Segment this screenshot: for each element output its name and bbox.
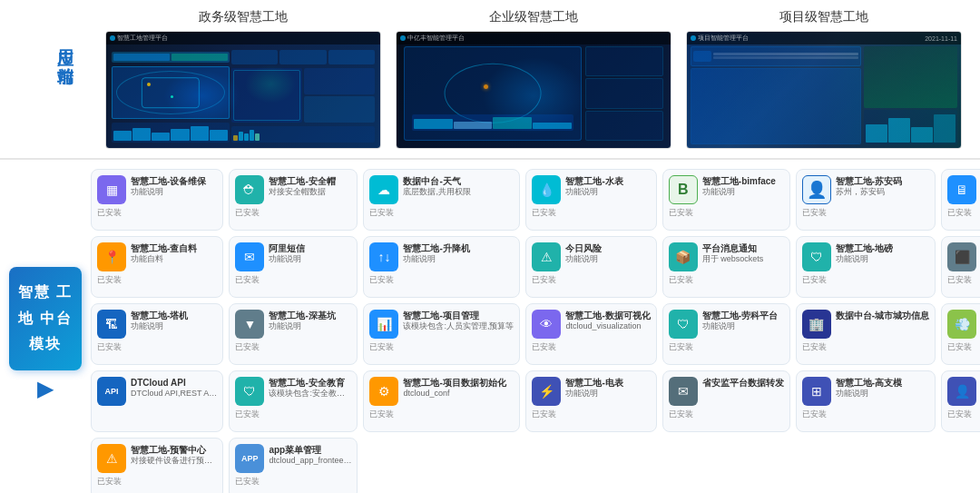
labor-name: 智慧工地-劳科平台 xyxy=(702,310,784,321)
equipment-status: 已安装 xyxy=(97,207,122,219)
bim-desc: 功能说明 xyxy=(702,187,784,198)
risk-status: 已安装 xyxy=(532,274,556,286)
api-desc: DTCloud API,REST A… xyxy=(131,389,217,399)
suan-name: 智慧工地-苏安码 xyxy=(836,175,929,187)
helmet-status: 已安装 xyxy=(235,207,260,219)
proj-block: 项目级智慧工地 项目智能管理平台 2021-11-11 xyxy=(686,9,962,149)
elevator-name: 智慧工地-升降机 xyxy=(403,242,514,254)
module-suan[interactable]: 👤 智慧工地-苏安码 苏州，苏安码 已安装 xyxy=(796,169,936,231)
equipment-icon: ▦ xyxy=(97,175,126,204)
module-water[interactable]: 💧 智慧工地-水表 功能说明 已安装 xyxy=(525,169,656,231)
datainit-name: 智慧工地-项目数据初始化 xyxy=(403,377,514,389)
crane-desc: 功能说明 xyxy=(131,321,217,332)
elevator-icon: ↑↓ xyxy=(369,242,398,271)
top-section: 应用 前端 政务级智慧工地 智慧工地管理平台 xyxy=(0,0,980,149)
ent-screenshot: 中亿丰智能管理平台 xyxy=(396,31,671,149)
meter-desc: 功能说明 xyxy=(565,389,650,399)
gov-screenshot: 智慧工地管理平台 xyxy=(105,31,381,149)
scaffold-name: 智慧工地-高支模 xyxy=(836,377,929,389)
risk-name: 今日风险 xyxy=(565,242,650,254)
module-equipment[interactable]: ▦ 智慧工地-设备维保 功能说明 已安装 xyxy=(91,169,223,231)
api-name: DTCloud API xyxy=(131,377,217,389)
module-warning[interactable]: ⚠ 智慧工地-预警中心 对接硬件设备进行预… 已安装 xyxy=(91,438,223,493)
notify-status: 已安装 xyxy=(669,274,693,286)
crane-icon: 🏗 xyxy=(97,310,126,339)
risk-desc: 功能说明 xyxy=(565,254,650,265)
city-name: 数据中台-城市城功信息 xyxy=(836,310,929,321)
deeppit-status: 已安装 xyxy=(235,341,260,353)
helmet-icon: ⛑ xyxy=(235,175,264,204)
module-datainit[interactable]: ⚙ 智慧工地-项目数据初始化 dtcloud_conf 已安装 xyxy=(363,370,520,432)
crane-name: 智慧工地-塔机 xyxy=(131,310,217,321)
meter-name: 智慧工地-电表 xyxy=(565,377,650,389)
scaffold-status: 已安装 xyxy=(802,409,827,420)
module-dust[interactable]: 💨 智慧工地-扬尘 功能说明 已安装 xyxy=(941,303,980,365)
suan-status: 已安装 xyxy=(802,207,827,219)
module-bim[interactable]: B 智慧工地-bimface 功能说明 已安装 xyxy=(662,169,790,231)
helmet-name: 智慧工地-安全帽 xyxy=(269,175,351,187)
water-desc: 功能说明 xyxy=(565,187,650,198)
visual-icon: 👁 xyxy=(532,310,561,339)
module-labor[interactable]: 🛡 智慧工地-劳科平台 功能说明 已安装 xyxy=(662,303,790,365)
dust-status: 已安装 xyxy=(947,341,972,353)
risk-icon: ⚠ xyxy=(532,242,561,271)
weigh-name: 智慧工地-地磅 xyxy=(836,242,929,254)
module-projmgmt[interactable]: 📊 智慧工地-项目管理 该模块包含:人员实管理,预算等 已安装 xyxy=(363,303,520,365)
module-risk[interactable]: ⚠ 今日风险 功能说明 已安装 xyxy=(525,236,656,298)
module-perimeter[interactable]: ⬛ 智慧工地-临边防护 功能说明 已安装 xyxy=(941,236,980,298)
city-icon: 🏢 xyxy=(802,310,831,339)
module-label-box: 智慧 工地 中台 模块 xyxy=(9,267,82,370)
module-deeppit[interactable]: ▼ 智慧工地-深基坑 功能说明 已安装 xyxy=(229,303,358,365)
module-helmet[interactable]: ⛑ 智慧工地-安全帽 对接安全帽数据 已安装 xyxy=(229,169,358,231)
deeppit-name: 智慧工地-深基坑 xyxy=(269,310,351,321)
projmgmt-icon: 📊 xyxy=(369,310,398,339)
module-city[interactable]: 🏢 数据中台-城市城功信息 已安装 xyxy=(796,303,936,365)
module-sms[interactable]: ✉ 阿里短信 功能说明 已安装 xyxy=(229,236,358,298)
sidebar-label: 智慧 工地 中台 模块 ▶ xyxy=(9,169,82,493)
scaffold-icon: ⊞ xyxy=(802,377,831,406)
deeppit-desc: 功能说明 xyxy=(269,321,351,332)
ent-block: 企业级智慧工地 中亿丰智能管理平台 xyxy=(396,9,671,149)
proj-title: 项目级智慧工地 xyxy=(779,9,868,25)
weigh-icon: 🛡 xyxy=(802,242,831,271)
warning-status: 已安装 xyxy=(97,476,122,488)
module-appmenu[interactable]: APP app菜单管理 dtcloud_app_frontee… 已安装 xyxy=(229,438,358,493)
module-face[interactable]: 👤 智慧工地-人脸识别 功能说明 已安装 xyxy=(941,370,980,432)
app-label-wrap: 应用 前端 xyxy=(54,9,83,54)
labor-desc: 功能说明 xyxy=(702,321,784,332)
deeppit-icon: ▼ xyxy=(235,310,264,339)
module-visual[interactable]: 👁 智慧工地-数据可视化 dtcloud_visualization 已安装 xyxy=(525,303,656,365)
module-scaffold[interactable]: ⊞ 智慧工地-高支模 功能说明 已安装 xyxy=(796,370,936,432)
module-video[interactable]: 🖥 智慧工地-视频分析 功能说明 已安装 xyxy=(941,169,980,231)
selfcheck-desc: 功能自料 xyxy=(131,254,217,265)
safedu-name: 智慧工地-安全教育 xyxy=(269,377,351,389)
weather-icon: ☁ xyxy=(369,175,398,204)
module-safedu[interactable]: 🛡 智慧工地-安全教育 该模块包含:安全教… 已安装 xyxy=(229,370,358,432)
perimeter-status: 已安装 xyxy=(947,274,972,286)
module-transfer[interactable]: ✉ 省安监平台数据转发 已安装 xyxy=(662,370,790,432)
sms-icon: ✉ xyxy=(235,242,264,271)
safedu-status: 已安装 xyxy=(235,409,260,420)
module-crane[interactable]: 🏗 智慧工地-塔机 功能说明 已安装 xyxy=(91,303,223,365)
suan-icon: 👤 xyxy=(802,175,831,204)
transfer-icon: ✉ xyxy=(669,377,698,406)
warning-name: 智慧工地-预警中心 xyxy=(131,444,217,456)
ent-title: 企业级智慧工地 xyxy=(489,9,578,25)
module-api[interactable]: API DTCloud API DTCloud API,REST A… xyxy=(91,370,223,432)
perimeter-icon: ⬛ xyxy=(947,242,976,271)
elevator-status: 已安装 xyxy=(369,274,394,286)
module-weather[interactable]: ☁ 数据中台-天气 底层数据,共用权限 已安装 xyxy=(363,169,520,231)
weigh-status: 已安装 xyxy=(802,274,827,286)
selfcheck-name: 智慧工地-查自料 xyxy=(131,242,217,254)
module-notify[interactable]: 📦 平台消息通知 用于 websockets 已安装 xyxy=(662,236,790,298)
module-elevator[interactable]: ↑↓ 智慧工地-升降机 功能说明 已安装 xyxy=(363,236,520,298)
sms-name: 阿里短信 xyxy=(269,242,351,254)
weather-desc: 底层数据,共用权限 xyxy=(403,187,514,198)
module-meter[interactable]: ⚡ 智慧工地-电表 功能说明 已安装 xyxy=(525,370,656,432)
module-selfcheck[interactable]: 📍 智慧工地-查自料 功能自料 已安装 xyxy=(91,236,223,298)
module-weigh[interactable]: 🛡 智慧工地-地磅 功能说明 已安装 xyxy=(796,236,936,298)
notify-desc: 用于 websockets xyxy=(702,254,784,265)
elevator-desc: 功能说明 xyxy=(403,254,514,265)
water-name: 智慧工地-水表 xyxy=(565,175,650,187)
bim-status: 已安装 xyxy=(669,207,693,219)
